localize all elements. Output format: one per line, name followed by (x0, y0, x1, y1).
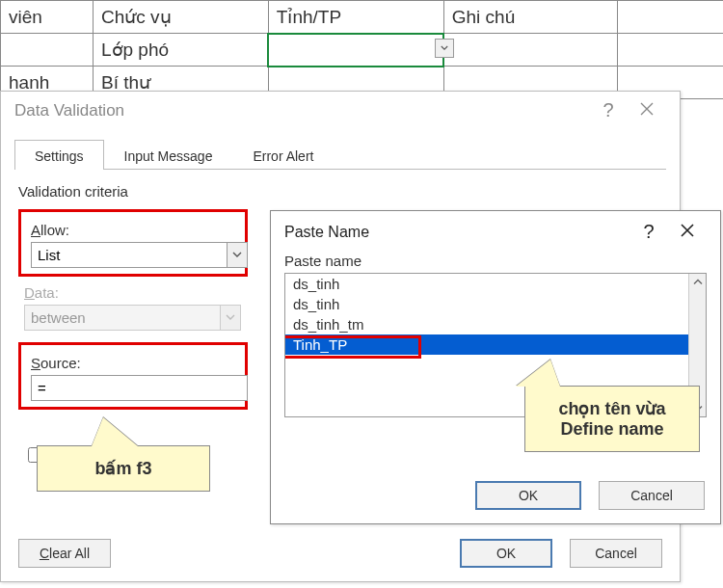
tab-error-alert[interactable]: Error Alert (232, 140, 334, 170)
annotation-choose-name: chọn tên vừa Define name (524, 386, 700, 452)
selected-cell[interactable] (268, 34, 443, 67)
cancel-button[interactable]: Cancel (599, 481, 705, 510)
annotation-press-f3: bấm f3 (37, 445, 210, 492)
criteria-heading: Validation criteria (18, 183, 662, 200)
col-header[interactable] (617, 1, 723, 34)
col-header[interactable]: Chức vụ (93, 1, 268, 34)
allow-combo-arrow[interactable] (228, 242, 248, 268)
clear-all-button[interactable]: Clear All (18, 539, 111, 568)
ok-button[interactable]: OK (460, 539, 552, 568)
chevron-down-icon (226, 314, 235, 321)
cell[interactable] (617, 34, 723, 67)
dialog-title: Paste Name (284, 224, 369, 241)
allow-label: Allow: (31, 222, 235, 238)
col-header[interactable]: Tỉnh/TP (268, 1, 443, 34)
cell[interactable]: Lớp phó (93, 34, 268, 67)
col-header[interactable]: viên (1, 1, 94, 34)
list-item-selected[interactable]: Tinh_TP (285, 334, 706, 355)
source-label: Source: (31, 355, 235, 371)
cell-dropdown-button[interactable] (435, 39, 454, 58)
close-icon[interactable] (628, 99, 666, 121)
chevron-down-icon (441, 45, 448, 51)
data-combo (24, 305, 221, 331)
chevron-down-icon (232, 252, 242, 258)
allow-combo[interactable] (31, 242, 228, 268)
help-icon[interactable]: ? (589, 99, 628, 121)
tab-settings[interactable]: Settings (14, 140, 104, 170)
cancel-button[interactable]: Cancel (570, 539, 662, 568)
worksheet-grid[interactable]: viên Chức vụ Tỉnh/TP Ghi chú Lớp phó han… (0, 0, 723, 99)
dialog-title: Data Validation (14, 101, 124, 120)
chevron-up-icon (693, 278, 703, 285)
col-header[interactable]: Ghi chú (443, 1, 617, 34)
cell[interactable] (1, 34, 94, 67)
allow-group-highlight: Allow: (18, 209, 248, 277)
close-icon[interactable] (668, 221, 707, 243)
data-combo-arrow (221, 305, 241, 331)
help-icon[interactable]: ? (629, 221, 668, 243)
source-group-highlight: Source: (18, 342, 248, 410)
source-input[interactable] (31, 375, 248, 401)
list-item[interactable]: ds_tinh (285, 274, 706, 294)
list-item[interactable]: ds_tinh (285, 294, 706, 314)
paste-name-label: Paste name (271, 253, 720, 273)
paste-name-dialog: Paste Name ? Paste name ds_tinh ds_tinh … (270, 210, 721, 524)
cell[interactable] (443, 34, 617, 67)
tab-input-message[interactable]: Input Message (104, 140, 233, 170)
list-item[interactable]: ds_tinh_tm (285, 314, 706, 334)
ok-button[interactable]: OK (475, 481, 581, 510)
